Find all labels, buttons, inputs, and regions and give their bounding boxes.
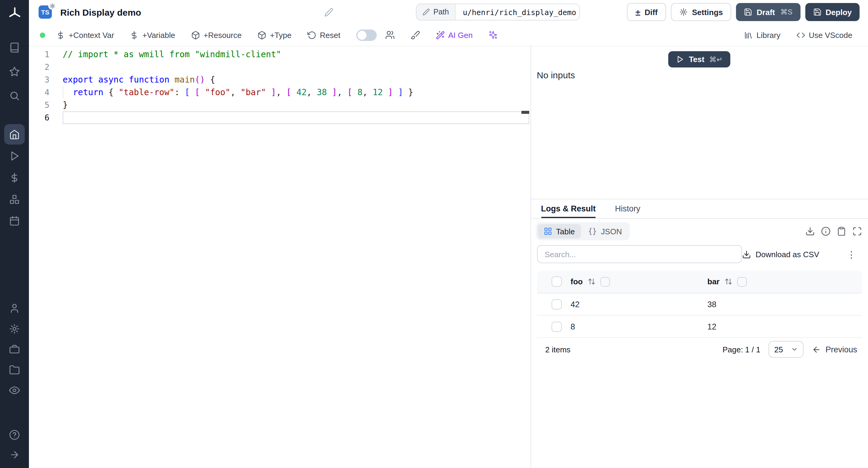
bar-column-toggle[interactable] <box>737 277 747 287</box>
row-checkbox[interactable] <box>551 321 561 332</box>
result-search-input[interactable] <box>537 245 742 263</box>
dollar-icon <box>130 30 139 39</box>
clipboard-copy-icon[interactable] <box>837 227 846 236</box>
cell-bar: 38 <box>700 300 862 309</box>
dollar-icon <box>56 30 65 39</box>
ai-gen-button[interactable]: AI Gen <box>435 30 472 39</box>
multiplayer-users-icon[interactable] <box>385 30 395 40</box>
sidebar-item-search[interactable] <box>0 84 29 108</box>
no-inputs-label: No inputs <box>537 70 575 80</box>
page-size-value: 25 <box>774 345 783 354</box>
path-pill[interactable]: Path u/henri/rich_display_demo <box>416 4 580 21</box>
sidebar-item-help[interactable] <box>0 425 29 444</box>
page-size-select[interactable]: 25 <box>769 341 804 358</box>
code-line[interactable] <box>63 111 529 124</box>
sidebar-item-schedules[interactable] <box>0 210 29 232</box>
line-number: 3 <box>29 73 50 86</box>
diff-button[interactable]: ± Diff <box>627 3 666 21</box>
sidebar-item-home[interactable] <box>0 124 29 145</box>
previous-page-button[interactable]: Previous <box>812 345 857 354</box>
star-icon <box>9 66 20 77</box>
reset-button[interactable]: Reset <box>307 30 340 39</box>
path-edit-pencil-icon <box>423 8 430 16</box>
download-csv-button[interactable]: Download as CSV <box>742 250 819 259</box>
sidebar-item-docs[interactable] <box>0 36 29 60</box>
add-context-var-label: +Context Var <box>69 30 114 39</box>
result-tabs: Logs & Result History <box>531 199 868 219</box>
sidebar-item-settings[interactable] <box>0 319 29 339</box>
add-resource-button[interactable]: +Resource <box>191 30 241 39</box>
sidebar-item-resources[interactable] <box>0 189 29 210</box>
sidebar-item-folders[interactable] <box>0 360 29 380</box>
library-label: Library <box>756 30 781 39</box>
view-json-label: JSON <box>601 227 622 236</box>
draft-button[interactable]: Draft ⌘S <box>736 3 801 21</box>
sidebar-item-variables[interactable] <box>0 167 29 189</box>
info-icon[interactable] <box>821 227 831 236</box>
code-editor[interactable]: 123456 // import * as wmill from "windmi… <box>29 46 530 468</box>
code-line[interactable]: } <box>63 99 529 111</box>
deploy-button[interactable]: Deploy <box>805 3 860 21</box>
table-row[interactable]: 8 12 <box>537 315 862 338</box>
sparkles-icon[interactable] <box>488 30 498 40</box>
top-header: TS Rich Display demo Path u/henri/rich_d… <box>29 0 868 24</box>
view-json-button[interactable]: {} JSON <box>582 224 628 238</box>
dollar-icon <box>9 172 20 183</box>
windmill-logo-icon[interactable] <box>0 0 29 27</box>
toggle-knob <box>357 30 366 39</box>
add-variable-button[interactable]: +Variable <box>130 30 176 39</box>
test-button[interactable]: Test ⌘↵ <box>669 51 731 67</box>
maximize-icon[interactable] <box>852 227 862 236</box>
sidebar-item-workspace[interactable] <box>0 339 29 360</box>
code-line[interactable] <box>63 61 529 73</box>
result-view-toggle: Table {} JSON <box>535 222 629 240</box>
code-line[interactable]: export async function main() { <box>63 73 529 86</box>
view-table-button[interactable]: Table <box>537 224 581 238</box>
sidebar-item-runs[interactable] <box>0 145 29 167</box>
use-vscode-label: Use VScode <box>809 30 852 39</box>
page-indicator: Page: 1 / 1 <box>722 345 761 354</box>
select-all-checkbox[interactable] <box>551 276 561 287</box>
table-menu-kebab-icon[interactable]: ⋮ <box>847 250 856 259</box>
foo-column-toggle[interactable] <box>600 277 610 287</box>
multiplayer-toggle[interactable] <box>356 29 376 41</box>
package-icon <box>257 30 267 39</box>
use-vscode-button[interactable]: Use VScode <box>796 30 852 39</box>
sidebar <box>0 0 29 468</box>
tab-history[interactable]: History <box>615 199 641 218</box>
add-type-label: +Type <box>270 30 292 39</box>
path-label-segment: Path <box>416 4 456 20</box>
arrow-right-icon <box>9 449 20 460</box>
boxes-icon <box>9 194 20 205</box>
column-header-bar[interactable]: bar <box>707 277 719 286</box>
edit-summary-pencil-icon[interactable] <box>324 8 333 17</box>
save-icon <box>744 8 752 16</box>
tab-logs-result[interactable]: Logs & Result <box>541 199 596 218</box>
sidebar-item-favorites[interactable] <box>0 60 29 84</box>
code-line[interactable]: return { "table-row": [ [ "foo", "bar" ]… <box>63 86 529 99</box>
sidebar-item-workers[interactable] <box>0 298 29 319</box>
table-footer: 2 items Page: 1 / 1 25 Previous <box>537 338 862 361</box>
table-row[interactable]: 42 38 <box>537 293 862 315</box>
add-type-button[interactable]: +Type <box>257 30 292 39</box>
download-icon[interactable] <box>805 227 815 236</box>
briefcase-icon <box>9 344 20 355</box>
code-line[interactable]: // import * as wmill from "windmill-clie… <box>63 48 529 61</box>
column-header-foo[interactable]: foo <box>570 277 583 286</box>
row-checkbox[interactable] <box>551 299 561 309</box>
editor-gutter: 123456 <box>29 48 63 124</box>
add-context-var-button[interactable]: +Context Var <box>56 30 114 39</box>
add-resource-label: +Resource <box>204 30 241 39</box>
library-button[interactable]: Library <box>744 30 781 39</box>
language-badge-ts: TS <box>38 5 52 19</box>
result-action-icons <box>805 227 863 236</box>
settings-button[interactable]: Settings <box>671 3 732 21</box>
play-icon <box>676 56 684 63</box>
sort-bar-icon[interactable] <box>724 278 732 286</box>
sidebar-item-audit[interactable] <box>0 380 29 401</box>
download-csv-label: Download as CSV <box>755 250 819 259</box>
sidebar-collapse-toggle[interactable] <box>0 444 29 464</box>
language-settings-gear-icon[interactable] <box>48 2 56 10</box>
format-brush-icon[interactable] <box>410 30 420 40</box>
sort-foo-icon[interactable] <box>587 278 595 286</box>
